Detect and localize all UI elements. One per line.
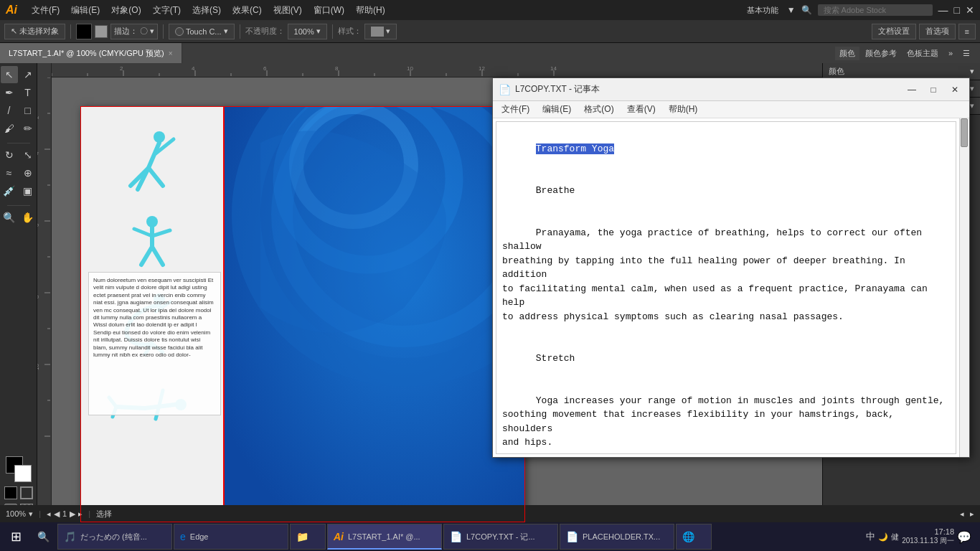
line-tool[interactable]: /	[1, 102, 18, 119]
menu-file[interactable]: 文件(F)	[26, 3, 65, 18]
menu-object[interactable]: 对象(O)	[105, 3, 146, 18]
page-navigation: ◂ ◀ 1 ▶ ▸	[47, 509, 83, 519]
menu-effect[interactable]: 效果(C)	[227, 3, 268, 18]
taskbar-app-edge[interactable]: e Edge	[174, 524, 288, 550]
taskbar-app-browser[interactable]: 🌐	[676, 524, 712, 550]
notepad-scroll-thumb[interactable]	[961, 118, 968, 147]
notepad-menu-format[interactable]: 格式(O)	[578, 102, 619, 117]
stroke-chevron-icon: ▾	[150, 27, 154, 36]
placeholder-text-overlay: Num doloreetum ven esequam ver suscipist…	[88, 272, 221, 415]
doc-tab-active[interactable]: L7START_1.AI* @ 100% (CMYK/GPU 预览) ×	[0, 43, 182, 63]
menu-select[interactable]: 选择(S)	[187, 3, 227, 18]
panel-toggle-icon[interactable]: ☰	[958, 47, 974, 60]
notepad-content-area[interactable]: Transform Yoga Breathe Pranayama, the yo…	[496, 121, 956, 454]
menu-edit[interactable]: 编辑(E)	[65, 3, 105, 18]
direct-select-tool[interactable]: ↗	[19, 66, 37, 83]
preferences-btn[interactable]: 首选项	[919, 24, 956, 39]
style-dropdown[interactable]: ▾	[364, 24, 397, 39]
next-page-btn[interactable]: ▶	[70, 509, 75, 519]
artboard-nav-left[interactable]: ◂	[960, 509, 964, 519]
clock-time: 17:18	[902, 527, 954, 536]
opacity-value[interactable]: 100% ▾	[288, 24, 327, 39]
pencil-tool[interactable]: ✏	[19, 120, 37, 137]
stroke-color-swatch[interactable]	[95, 25, 108, 38]
background-swatch[interactable]	[14, 465, 32, 482]
menu-help[interactable]: 帮助(H)	[350, 3, 391, 18]
opacity-chevron-icon: ▾	[316, 27, 321, 36]
notepad-menu-view[interactable]: 查看(V)	[621, 102, 661, 117]
window-maximize-icon[interactable]: □	[954, 4, 960, 16]
notepad-maximize-btn[interactable]: □	[925, 81, 942, 98]
window-close-icon[interactable]: ✕	[966, 4, 974, 16]
zoom-chevron-icon: ▾	[29, 509, 33, 519]
rect-tool[interactable]: □	[19, 102, 37, 119]
opacity-value-text: 100%	[294, 27, 314, 36]
prev-page-btn[interactable]: ◂	[47, 509, 51, 519]
touch-tool-btn[interactable]: Touch C... ▾	[169, 24, 235, 39]
eyedropper-tool[interactable]: 💉	[1, 182, 18, 199]
page-number[interactable]: 1	[62, 509, 67, 518]
menu-window[interactable]: 窗口(W)	[308, 3, 350, 18]
control-toolbar: ↖ 未选择对象 描边： 〇 ▾ Touch C... ▾ 不透明度： 100% …	[0, 20, 980, 43]
gradient-tool[interactable]: ▣	[19, 182, 37, 199]
blend-tool[interactable]: ⊕	[19, 164, 37, 182]
taskbar-app-notepad2[interactable]: 📄 PLACEHOLDER.TX...	[560, 524, 674, 550]
ruler-h-marks: 2 4 6 8 10 12 14	[52, 63, 822, 77]
toolbar-more-btn[interactable]: ≡	[958, 24, 976, 39]
notifications-icon[interactable]: 💬	[957, 530, 971, 544]
ai-document[interactable]: Num doloreetum ven esequam ver suscipist…	[80, 106, 525, 522]
window-minimize-icon[interactable]: —	[938, 4, 948, 16]
zoom-control[interactable]: 100% ▾	[6, 509, 33, 519]
taskbar-app-notepad1[interactable]: 📄 L7COPY.TXT - 记...	[443, 524, 558, 550]
ime-icon[interactable]: 中	[866, 530, 875, 543]
pen-tool[interactable]: ✒	[1, 84, 18, 101]
rotate-tool[interactable]: ↻	[1, 146, 18, 164]
taskbar-app-music[interactable]: 🎵 だっための (纯音...	[57, 524, 172, 550]
taskbar-search-btn[interactable]: 🔍	[30, 524, 56, 550]
notepad-minimize-btn[interactable]: —	[903, 81, 920, 98]
stock-search-input[interactable]	[818, 4, 933, 16]
zoom-tool[interactable]: 🔍	[1, 209, 18, 226]
next-page-btn2[interactable]: ▸	[78, 509, 83, 519]
fg-bg-swatches[interactable]	[6, 456, 32, 482]
fill-color-swatch[interactable]	[76, 24, 92, 39]
toolbar-divider-2	[163, 24, 164, 39]
scale-tool[interactable]: ⤡	[19, 146, 37, 164]
taskbar-app-illustrator[interactable]: Ai L7START_1.AI* @...	[327, 524, 442, 550]
artboard-nav-right[interactable]: ▸	[970, 509, 974, 519]
type-tool[interactable]: T	[19, 84, 37, 101]
svg-text:6: 6	[263, 65, 267, 72]
doc-tab-title: L7START_1.AI* @ 100% (CMYK/GPU 预览)	[9, 48, 164, 59]
workspace-label[interactable]: 基本功能	[744, 5, 781, 16]
color-guide-btn[interactable]: 颜色参考	[861, 47, 901, 60]
notepad-menu-edit[interactable]: 编辑(E)	[537, 102, 577, 117]
notepad-menu-help[interactable]: 帮助(H)	[663, 102, 704, 117]
menu-view[interactable]: 视图(V)	[268, 3, 308, 18]
doc-tab-close[interactable]: ×	[169, 50, 173, 57]
selection-tool[interactable]: ↖	[1, 66, 18, 83]
panel-arrows-icon[interactable]: »	[944, 47, 957, 59]
toolbar-right: 文档设置 首选项 ≡	[872, 24, 976, 39]
warp-tool[interactable]: ≈	[1, 164, 18, 182]
explorer-icon: 📁	[296, 531, 308, 542]
stroke-weight-dropdown[interactable]: 描边： 〇 ▾	[110, 24, 158, 39]
fill-none-icon[interactable]	[4, 486, 17, 499]
swatches-btn[interactable]: 色板主题	[903, 47, 943, 60]
color-panel-btn[interactable]: 颜色	[835, 47, 859, 60]
touch-dot-icon	[175, 27, 184, 36]
start-button[interactable]: ⊞	[3, 524, 29, 550]
keyboard-icon[interactable]: 健	[891, 532, 899, 542]
stroke-none-icon[interactable]	[20, 486, 33, 499]
prev-page-btn2[interactable]: ◀	[54, 509, 60, 519]
notepad-scrollbar[interactable]	[959, 118, 969, 457]
notepad-close-btn[interactable]: ✕	[946, 81, 963, 98]
notepad-stretch-heading: Stretch	[536, 353, 575, 364]
doc-setup-btn[interactable]: 文档设置	[872, 24, 916, 39]
taskbar-app-explorer[interactable]: 📁	[290, 524, 326, 550]
notepad-window[interactable]: 📄 L7COPY.TXT - 记事本 — □ ✕ 文件(F) 编辑(E) 格式(…	[492, 77, 970, 458]
hand-tool[interactable]: ✋	[19, 209, 37, 226]
notepad-menu-file[interactable]: 文件(F)	[496, 102, 535, 117]
menu-text[interactable]: 文字(T)	[147, 3, 187, 18]
tool-group-select: ↖ ↗ ✒ T / □ 🖌 ✏	[1, 66, 37, 137]
paintbrush-tool[interactable]: 🖌	[1, 120, 18, 137]
